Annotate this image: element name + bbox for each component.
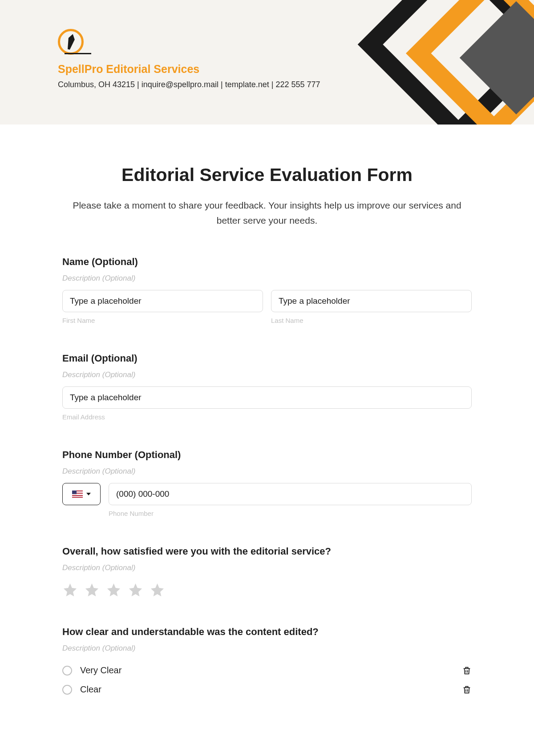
clarity-description: Description (Optional): [62, 644, 472, 653]
page-header: SpellPro Editorial Services Columbus, OH…: [0, 0, 534, 125]
email-sublabel: Email Address: [62, 413, 472, 421]
form-container: Editorial Service Evaluation Form Please…: [62, 125, 472, 726]
last-name-sublabel: Last Name: [271, 317, 472, 324]
radio-label-very-clear: Very Clear: [80, 665, 462, 676]
form-title: Editorial Service Evaluation Form: [62, 165, 472, 185]
phone-field-block: Phone Number (Optional) Description (Opt…: [62, 449, 472, 517]
clarity-option-very-clear: Very Clear: [62, 661, 472, 680]
hero-decoration: [365, 0, 534, 125]
clarity-label: How clear and understandable was the con…: [62, 626, 472, 638]
name-description: Description (Optional): [62, 274, 472, 283]
star-5[interactable]: [150, 582, 165, 598]
star-3[interactable]: [106, 582, 121, 598]
clarity-options: Very Clear Clear: [62, 661, 472, 699]
phone-label: Phone Number (Optional): [62, 449, 472, 461]
star-1[interactable]: [62, 582, 78, 598]
pen-nib-icon: [64, 33, 78, 51]
name-label: Name (Optional): [62, 256, 472, 268]
delete-option-very-clear[interactable]: [462, 666, 472, 676]
email-label: Email (Optional): [62, 353, 472, 364]
first-name-sublabel: First Name: [62, 317, 263, 324]
country-code-selector[interactable]: [62, 483, 101, 505]
email-field-block: Email (Optional) Description (Optional) …: [62, 353, 472, 421]
clarity-field-block: How clear and understandable was the con…: [62, 626, 472, 699]
satisfaction-description: Description (Optional): [62, 563, 472, 572]
logo-underline: [65, 53, 91, 54]
first-name-input[interactable]: [62, 290, 263, 312]
us-flag-icon: [72, 491, 83, 498]
radio-very-clear[interactable]: [62, 666, 72, 676]
star-rating: [62, 582, 472, 598]
star-2[interactable]: [84, 582, 100, 598]
last-name-input[interactable]: [271, 290, 472, 312]
chevron-down-icon: [86, 493, 91, 495]
form-intro: Please take a moment to share your feedb…: [62, 198, 472, 228]
satisfaction-label: Overall, how satisfied were you with the…: [62, 546, 472, 557]
delete-option-clear[interactable]: [462, 685, 472, 695]
phone-input[interactable]: [109, 483, 472, 505]
phone-description: Description (Optional): [62, 467, 472, 476]
email-input[interactable]: [62, 386, 472, 409]
clarity-option-clear: Clear: [62, 680, 472, 699]
logo: [58, 29, 84, 55]
phone-sublabel: Phone Number: [109, 510, 472, 517]
satisfaction-field-block: Overall, how satisfied were you with the…: [62, 546, 472, 598]
radio-label-clear: Clear: [80, 684, 462, 695]
email-description: Description (Optional): [62, 370, 472, 379]
star-4[interactable]: [128, 582, 143, 598]
radio-clear[interactable]: [62, 685, 72, 695]
name-field-block: Name (Optional) Description (Optional) F…: [62, 256, 472, 324]
